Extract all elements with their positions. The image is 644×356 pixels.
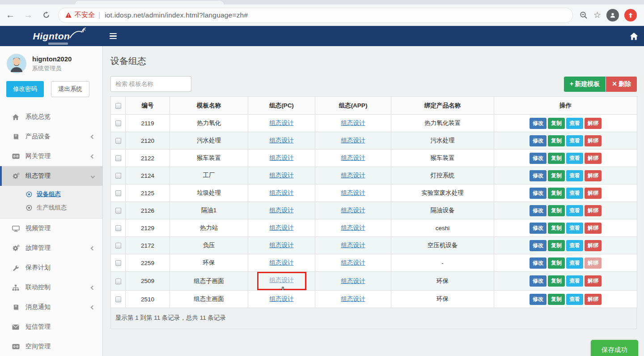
app-config-link[interactable]: 组态设计 <box>341 224 365 231</box>
edit-button[interactable]: 修改 <box>530 240 547 251</box>
row-checkbox[interactable] <box>115 173 121 179</box>
edit-button[interactable]: 修改 <box>530 257 547 269</box>
edit-button[interactable]: 修改 <box>530 188 547 199</box>
edit-button[interactable]: 修改 <box>530 135 547 146</box>
browser-update-button[interactable] <box>624 9 637 21</box>
view-button[interactable]: 查看 <box>566 257 583 269</box>
unbind-button[interactable]: 解绑 <box>585 135 602 146</box>
app-config-link[interactable]: 组态设计 <box>341 207 365 214</box>
sidebar-item-7[interactable]: 联动控制 <box>0 278 102 297</box>
sidebar-item-10[interactable]: 空间管理 <box>0 337 102 356</box>
copy-button[interactable]: 复制 <box>548 275 565 287</box>
edit-button[interactable]: 修改 <box>530 294 547 305</box>
app-config-link[interactable]: 组态设计 <box>341 189 365 196</box>
row-checkbox[interactable] <box>115 260 121 266</box>
app-logo[interactable]: Hignton <box>0 26 103 46</box>
edit-button[interactable]: 修改 <box>530 205 547 216</box>
new-template-button[interactable]: +新建模板 <box>564 77 606 92</box>
address-bar[interactable]: 不安全 | iot.idosp.net/admin/index.html?lan… <box>58 8 573 23</box>
zoom-out-icon[interactable] <box>579 11 588 20</box>
pc-config-link[interactable]: 组态设计 <box>270 154 294 161</box>
unbind-button[interactable]: 解绑 <box>585 257 602 269</box>
app-config-link[interactable]: 组态设计 <box>341 259 365 266</box>
pc-config-link[interactable]: 组态设计 <box>270 120 294 126</box>
row-checkbox[interactable] <box>115 155 121 161</box>
sidebar-item-1[interactable]: 产品设备 <box>0 127 102 146</box>
row-checkbox[interactable] <box>115 225 121 231</box>
row-checkbox[interactable] <box>115 190 121 196</box>
copy-button[interactable]: 复制 <box>548 135 565 146</box>
edit-button[interactable]: 修改 <box>530 170 547 181</box>
view-button[interactable]: 查看 <box>566 223 583 234</box>
delete-button[interactable]: ✕删除 <box>606 77 637 92</box>
copy-button[interactable]: 复制 <box>548 223 565 234</box>
pc-config-link[interactable]: 组态设计 <box>270 296 294 302</box>
sidebar-item-3[interactable]: 组态管理 <box>0 166 102 186</box>
bookmark-star-icon[interactable]: ☆ <box>593 10 601 20</box>
change-password-button[interactable]: 修改密码 <box>6 81 44 97</box>
sidebar-item-2[interactable]: 网关管理 <box>0 146 102 166</box>
app-config-link[interactable]: 组态设计 <box>341 120 365 126</box>
row-checkbox[interactable] <box>115 208 121 214</box>
back-button[interactable]: ← <box>3 8 18 23</box>
edit-button[interactable]: 修改 <box>530 223 547 234</box>
pc-config-link[interactable]: 组态设计 <box>270 277 294 283</box>
app-config-link[interactable]: 组态设计 <box>341 137 365 144</box>
pc-config-link[interactable]: 组态设计 <box>270 259 294 266</box>
sidebar-subitem-0[interactable]: 设备组态 <box>0 188 102 201</box>
row-checkbox[interactable] <box>115 120 121 126</box>
pc-config-link[interactable]: 组态设计 <box>270 242 294 249</box>
forward-button[interactable]: → <box>21 8 36 23</box>
app-config-link[interactable]: 组态设计 <box>341 154 365 161</box>
app-config-link[interactable]: 组态设计 <box>341 296 365 302</box>
row-checkbox[interactable] <box>115 243 121 249</box>
view-button[interactable]: 查看 <box>566 294 583 305</box>
browser-tab[interactable] <box>75 1 224 4</box>
sidebar-item-8[interactable]: 消息通知 <box>0 297 102 317</box>
search-input[interactable] <box>110 76 191 92</box>
copy-button[interactable]: 复制 <box>548 257 565 269</box>
reload-button[interactable] <box>38 8 54 23</box>
pc-config-link[interactable]: 组态设计 <box>270 207 294 214</box>
view-button[interactable]: 查看 <box>566 188 583 199</box>
copy-button[interactable]: 复制 <box>548 240 565 251</box>
pc-config-link[interactable]: 组态设计 <box>270 189 294 196</box>
unbind-button[interactable]: 解绑 <box>585 223 602 234</box>
sidebar-item-0[interactable]: 系统总览 <box>0 107 102 127</box>
copy-button[interactable]: 复制 <box>548 294 565 305</box>
view-button[interactable]: 查看 <box>566 205 583 216</box>
logout-button[interactable]: 退出系统 <box>51 81 89 97</box>
sidebar-item-5[interactable]: 故障管理 <box>0 238 102 258</box>
sidebar-item-6[interactable]: 保养计划 <box>0 258 102 278</box>
edit-button[interactable]: 修改 <box>530 275 547 287</box>
sidebar-item-9[interactable]: 短信管理 <box>0 317 102 337</box>
unbind-button[interactable]: 解绑 <box>585 153 602 164</box>
sidebar-toggle-button[interactable] <box>103 26 123 46</box>
unbind-button[interactable]: 解绑 <box>585 275 602 287</box>
row-checkbox[interactable] <box>115 296 121 302</box>
view-button[interactable]: 查看 <box>566 240 583 251</box>
select-all-checkbox[interactable] <box>115 103 121 109</box>
unbind-button[interactable]: 解绑 <box>585 205 602 216</box>
browser-profile-avatar[interactable] <box>606 9 619 21</box>
copy-button[interactable]: 复制 <box>548 205 565 216</box>
sidebar-subitem-1[interactable]: 生产线组态 <box>0 201 102 214</box>
copy-button[interactable]: 复制 <box>548 170 565 181</box>
not-secure-label[interactable]: 不安全 <box>75 11 95 19</box>
view-button[interactable]: 查看 <box>566 118 583 129</box>
unbind-button[interactable]: 解绑 <box>585 118 602 129</box>
view-button[interactable]: 查看 <box>566 275 583 287</box>
url-text[interactable]: iot.idosp.net/admin/index.html?language=… <box>105 11 248 19</box>
edit-button[interactable]: 修改 <box>530 118 547 129</box>
unbind-button[interactable]: 解绑 <box>585 188 602 199</box>
home-button[interactable] <box>623 26 644 46</box>
view-button[interactable]: 查看 <box>566 153 583 164</box>
row-checkbox[interactable] <box>115 138 121 144</box>
pc-config-link[interactable]: 组态设计 <box>270 137 294 144</box>
copy-button[interactable]: 复制 <box>548 118 565 129</box>
view-button[interactable]: 查看 <box>566 135 583 146</box>
row-checkbox[interactable] <box>115 279 121 284</box>
app-config-link[interactable]: 组态设计 <box>341 242 365 249</box>
view-button[interactable]: 查看 <box>566 170 583 181</box>
copy-button[interactable]: 复制 <box>548 188 565 199</box>
